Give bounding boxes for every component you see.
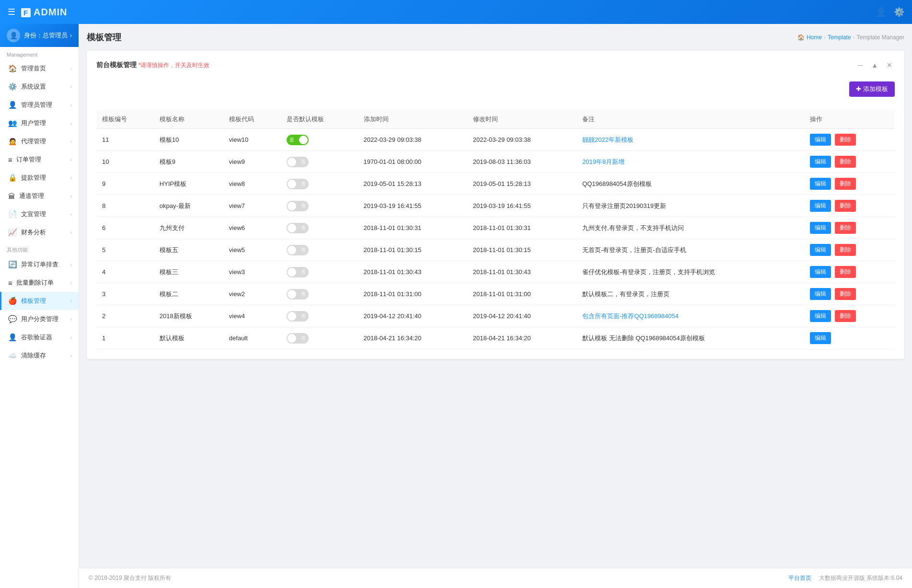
delete-button[interactable]: 删除 [835,222,856,234]
settings-icon[interactable]: ⚙️ [894,7,904,17]
toggle-off[interactable] [287,179,309,189]
cell-modify-time: 2019-04-12 20:41:40 [467,305,577,327]
edit-button[interactable]: 编辑 [810,310,831,322]
edit-button[interactable]: 编辑 [810,156,831,168]
template-table: 模板编号 模板名称 模板代码 是否默认模板 添加时间 修改时间 备注 操作 11… [96,110,895,349]
sidebar-item-agents[interactable]: 🙍 代理管理 › [0,132,79,150]
sidebar-item-dashboard[interactable]: 🏠 管理首页 › [0,59,79,78]
card-controls: ─ ▲ ✕ [855,60,895,70]
card-minimize-btn[interactable]: ─ [855,60,865,70]
toggle-off[interactable] [287,245,309,255]
cell-action: 编辑 删除 [804,239,895,261]
toggle-off[interactable] [287,289,309,300]
delete-button[interactable]: 删除 [835,310,856,322]
home-icon: 🏠 [797,34,805,41]
cell-default [281,305,358,327]
toggle-off[interactable] [287,157,309,167]
delete-button[interactable]: 删除 [835,266,856,278]
edit-button[interactable]: 编辑 [810,200,831,212]
cell-note: 包含所有页面-推荐QQ1968984054 [577,305,804,327]
arrow-icon: › [70,66,72,71]
cell-modify-time: 2022-03-29 09:03:38 [467,129,577,151]
edit-button[interactable]: 编辑 [810,222,831,234]
toggle-off[interactable] [287,311,309,322]
cell-note: 靓靓2022年新模板 [577,129,804,151]
toggle-off[interactable] [287,333,309,344]
cell-action: 编辑 删除 [804,283,895,305]
main-card: 前台模板管理 *请谨慎操作，开关及时生效 ─ ▲ ✕ ✚ 添加模板 [87,51,904,359]
delete-button[interactable]: 删除 [835,134,856,146]
sidebar-item-abnormal[interactable]: 🔄 异常订单排查 › [0,255,79,274]
card-title: 前台模板管理 [96,61,137,69]
edit-button[interactable]: 编辑 [810,332,831,344]
arrow-icon: › [70,299,72,304]
sidebar-item-clear-cache[interactable]: ☁️ 清除缓存 › [0,346,79,365]
cell-add-time: 2019-05-01 15:28:13 [358,173,467,195]
edit-button[interactable]: 编辑 [810,266,831,278]
cell-id: 10 [96,151,154,173]
cell-default [281,283,358,305]
sidebar-item-user-category[interactable]: 💬 用户分类管理 › [0,310,79,328]
footer-home-link[interactable]: 平台首页 [788,574,811,582]
table-header-row: 模板编号 模板名称 模板代码 是否默认模板 添加时间 修改时间 备注 操作 [96,110,895,129]
col-header-code: 模板代码 [223,110,281,129]
edit-button[interactable]: 编辑 [810,178,831,190]
delete-button[interactable]: 删除 [835,288,856,300]
arrow-icon: › [70,103,72,108]
layout: 👤 身份：总管理员 › Management 🏠 管理首页 › ⚙️ 系统设置 … [0,24,912,588]
delete-button[interactable]: 删除 [835,156,856,168]
toggle-on[interactable] [287,135,309,145]
cell-modify-time: 2019-05-01 15:28:13 [467,173,577,195]
card-close-btn[interactable]: ✕ [884,60,895,70]
delete-button[interactable]: 删除 [835,244,856,256]
cell-code: view9 [223,151,281,173]
sidebar-item-channel[interactable]: 🏛 通道管理 › [0,187,79,205]
cell-default [281,239,358,261]
sidebar-item-withdraw[interactable]: 🔒 提款管理 › [0,169,79,187]
breadcrumb-template[interactable]: Template [828,34,851,41]
toggle-off[interactable] [287,267,309,277]
users-icon: 👥 [8,119,17,127]
delete-button[interactable]: 删除 [835,178,856,190]
sidebar-item-label: 用户分类管理 [21,315,58,323]
page-header: 模板管理 🏠 Home › Template › Template Manage… [87,32,904,43]
cell-code: view5 [223,239,281,261]
sidebar-item-google-auth[interactable]: 👤 谷歌验证器 › [0,328,79,346]
sidebar-item-finance[interactable]: 📈 财务分析 › [0,223,79,242]
breadcrumb-home[interactable]: Home [807,34,822,41]
arrow-icon: › [70,353,72,358]
sidebar-item-label: 提款管理 [21,173,46,182]
cell-default [281,217,358,239]
cell-code: view10 [223,129,281,151]
sidebar-item-batch-delete[interactable]: ≡ 批量删除订单 › [0,274,79,292]
edit-button[interactable]: 编辑 [810,134,831,146]
cell-add-time: 2018-04-21 16:34:20 [358,327,467,349]
sidebar-item-orders[interactable]: ≡ 订单管理 › [0,150,79,169]
role-arrow[interactable]: › [70,32,72,39]
sidebar-item-users[interactable]: 👥 用户管理 › [0,114,79,132]
sidebar-item-label: 谷歌验证器 [21,333,52,342]
sidebar-item-admin[interactable]: 👤 管理员管理 › [0,96,79,114]
sidebar-item-label: 文宣管理 [21,210,46,219]
sidebar-item-content[interactable]: 📄 文宣管理 › [0,205,79,223]
cell-name: 2018新模板 [154,305,223,327]
cell-default [281,151,358,173]
card-expand-btn[interactable]: ▲ [869,60,880,70]
sidebar-item-template[interactable]: 🍎 模板管理 › [0,292,79,310]
arrow-icon: › [70,139,72,144]
delete-button[interactable]: 删除 [835,200,856,212]
edit-button[interactable]: 编辑 [810,288,831,300]
sidebar-item-system[interactable]: ⚙️ 系统设置 › [0,78,79,96]
menu-icon[interactable]: ☰ [8,7,15,17]
user-icon[interactable]: 👤 [876,7,886,17]
footer-links: 平台首页 大数据商业开源版 系统版本:6.04 [788,574,902,582]
edit-button[interactable]: 编辑 [810,244,831,256]
sidebar-item-label: 用户管理 [21,119,46,127]
toggle-off[interactable] [287,223,309,233]
table-row: 10 模板9 view9 1970-01-01 08:00:00 2019-08… [96,151,895,173]
add-template-button[interactable]: ✚ 添加模板 [849,81,895,97]
arrow-icon: › [70,84,72,90]
arrow-icon: › [70,212,72,217]
toggle-off[interactable] [287,201,309,211]
cell-id: 1 [96,327,154,349]
